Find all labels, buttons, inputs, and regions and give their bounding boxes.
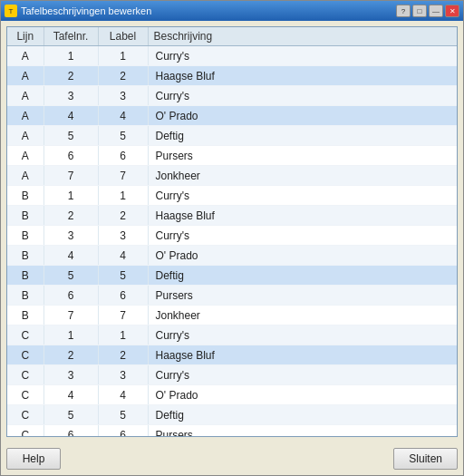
restore-title-btn[interactable]: □ [412,5,427,17]
cell-tafelnr: 6 [44,146,98,166]
cell-tafelnr: 4 [44,385,98,405]
table-row[interactable]: A22Haagse Bluf [7,66,457,86]
cell-beschrijving: Haagse Bluf [148,345,457,365]
cell-tafelnr: 3 [44,365,98,385]
table-row[interactable]: C22Haagse Bluf [7,345,457,365]
cell-lijn: A [7,126,44,146]
cell-lijn: B [7,306,44,325]
cell-beschrijving: O' Prado [148,106,457,126]
cell-beschrijving: Pursers [148,146,457,166]
col-header-label: Label [98,27,148,46]
data-table: Lijn Tafelnr. Label Beschrijving A11Curr… [7,27,457,436]
cell-tafelnr: 7 [44,166,98,186]
cell-tafelnr: 5 [44,266,98,286]
cell-lijn: C [7,405,44,425]
cell-tafelnr: 4 [44,106,98,126]
cell-tafelnr: 6 [44,286,98,306]
cell-label: 3 [98,226,148,246]
table-row[interactable]: A33Curry's [7,86,457,106]
table-row[interactable]: A66Pursers [7,146,457,166]
cell-label: 2 [98,206,148,226]
cell-beschrijving: Curry's [148,365,457,385]
table-row[interactable]: C55Deftig [7,405,457,425]
main-window: T Tafelbeschrijvingen bewerken ? □ — ✕ L… [0,0,464,476]
table-row[interactable]: C11Curry's [7,325,457,345]
table-row[interactable]: B22Haagse Bluf [7,206,457,226]
cell-beschrijving: Pursers [148,286,457,306]
col-header-tafelnr: Tafelnr. [44,27,98,46]
col-header-beschrijving: Beschrijving [148,27,457,46]
table-header: Lijn Tafelnr. Label Beschrijving [7,27,457,46]
cell-tafelnr: 2 [44,206,98,226]
cell-beschrijving: O' Prado [148,385,457,405]
cell-label: 6 [98,425,148,437]
cell-tafelnr: 6 [44,425,98,437]
cell-lijn: B [7,266,44,286]
table-row[interactable]: B66Pursers [7,286,457,306]
table-row[interactable]: B11Curry's [7,186,457,206]
cell-beschrijving: Curry's [148,186,457,206]
table-row[interactable]: B44O' Prado [7,246,457,266]
cell-lijn: B [7,186,44,206]
title-bar-buttons: ? □ — ✕ [396,5,459,17]
close-title-btn[interactable]: ✕ [445,5,459,17]
cell-lijn: C [7,385,44,405]
table-row[interactable]: A55Deftig [7,126,457,146]
cell-label: 3 [98,86,148,106]
cell-tafelnr: 1 [44,46,98,66]
minimize-title-btn[interactable]: — [429,5,443,17]
cell-label: 5 [98,126,148,146]
table-row[interactable]: A77Jonkheer [7,166,457,186]
cell-label: 1 [98,46,148,66]
table-row[interactable]: B77Jonkheer [7,306,457,325]
table-row[interactable]: B33Curry's [7,226,457,246]
cell-label: 6 [98,146,148,166]
footer-bar: Help Sluiten [1,442,463,475]
table-row[interactable]: C33Curry's [7,365,457,385]
cell-label: 2 [98,66,148,86]
cell-lijn: B [7,246,44,266]
cell-label: 4 [98,385,148,405]
help-title-btn[interactable]: ? [396,5,411,17]
table-row[interactable]: A44O' Prado [7,106,457,126]
cell-tafelnr: 2 [44,66,98,86]
cell-lijn: A [7,46,44,66]
cell-label: 7 [98,166,148,186]
cell-tafelnr: 3 [44,226,98,246]
cell-label: 5 [98,405,148,425]
cell-tafelnr: 5 [44,405,98,425]
cell-beschrijving: Pursers [148,425,457,437]
cell-tafelnr: 1 [44,325,98,345]
content-area: Lijn Tafelnr. Label Beschrijving A11Curr… [1,21,463,442]
cell-beschrijving: Jonkheer [148,306,457,325]
cell-tafelnr: 7 [44,306,98,325]
col-header-lijn: Lijn [7,27,44,46]
cell-tafelnr: 4 [44,246,98,266]
cell-lijn: C [7,425,44,437]
cell-tafelnr: 5 [44,126,98,146]
cell-lijn: A [7,66,44,86]
table-row[interactable]: A11Curry's [7,46,457,66]
cell-label: 2 [98,345,148,365]
cell-label: 6 [98,286,148,306]
table-row[interactable]: C44O' Prado [7,385,457,405]
cell-label: 4 [98,246,148,266]
cell-beschrijving: Deftig [148,405,457,425]
cell-lijn: A [7,146,44,166]
table-row[interactable]: B55Deftig [7,266,457,286]
title-bar: T Tafelbeschrijvingen bewerken ? □ — ✕ [1,1,463,21]
cell-label: 4 [98,106,148,126]
cell-lijn: A [7,86,44,106]
table-row[interactable]: C66Pursers [7,425,457,437]
cell-lijn: A [7,106,44,126]
close-button[interactable]: Sluiten [393,448,458,470]
cell-beschrijving: Deftig [148,126,457,146]
cell-lijn: C [7,325,44,345]
help-button[interactable]: Help [6,448,61,470]
cell-label: 5 [98,266,148,286]
cell-beschrijving: Curry's [148,325,457,345]
cell-beschrijving: Curry's [148,226,457,246]
cell-beschrijving: O' Prado [148,246,457,266]
table-scroll[interactable]: Lijn Tafelnr. Label Beschrijving A11Curr… [7,27,457,436]
cell-label: 3 [98,365,148,385]
